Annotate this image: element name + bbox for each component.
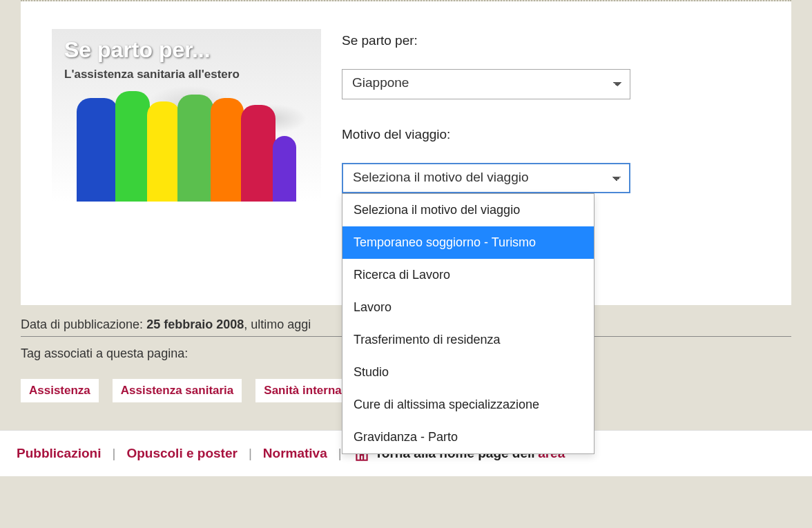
people-silhouettes: [52, 88, 321, 202]
reason-option[interactable]: Cure di altissima specializzazione: [342, 389, 594, 421]
footer-separator: |: [338, 446, 342, 461]
publication-date: 25 febbraio 2008: [146, 317, 244, 331]
footer-link-opuscoli[interactable]: Opuscoli e poster: [126, 446, 237, 461]
destination-label: Se parto per:: [342, 33, 760, 48]
form-column: Se parto per: Giappone Motivo del viaggi…: [342, 29, 760, 202]
reason-option[interactable]: Ricerca di Lavoro: [342, 259, 594, 291]
reason-option[interactable]: Gravidanza - Parto: [342, 421, 594, 453]
footer-link-normativa[interactable]: Normativa: [263, 446, 327, 461]
update-suffix: , ultimo aggi: [244, 317, 311, 331]
tag[interactable]: Assistenza sanitaria: [113, 379, 242, 402]
promo-banner: Se parto per... L'assistenza sanitaria a…: [52, 29, 321, 202]
footer-separator: |: [249, 446, 252, 461]
reason-select[interactable]: Seleziona il motivo del viaggio: [342, 163, 630, 193]
reason-option[interactable]: Studio: [342, 356, 594, 389]
reason-option[interactable]: Temporaneo soggiorno - Turismo: [342, 226, 594, 259]
footer-link-pubblicazioni[interactable]: Pubblicazioni: [17, 446, 101, 461]
reason-dropdown-list[interactable]: Seleziona il motivo del viaggioTemporane…: [342, 193, 594, 454]
reason-option[interactable]: Lavoro: [342, 291, 594, 324]
destination-select[interactable]: Giappone: [342, 69, 630, 99]
tag[interactable]: Assistenza: [21, 379, 99, 402]
promo-subtitle: L'assistenza sanitaria all'estero: [64, 68, 240, 81]
publication-label: Data di pubblicazione:: [21, 317, 146, 331]
reason-option[interactable]: Seleziona il motivo del viaggio: [342, 194, 594, 226]
footer-separator: |: [112, 446, 115, 461]
content-card: Se parto per... L'assistenza sanitaria a…: [21, 1, 791, 305]
promo-title: Se parto per...: [64, 37, 211, 63]
reason-label: Motivo del viaggio:: [342, 127, 760, 142]
reason-option[interactable]: Trasferimento di residenza: [342, 324, 594, 356]
